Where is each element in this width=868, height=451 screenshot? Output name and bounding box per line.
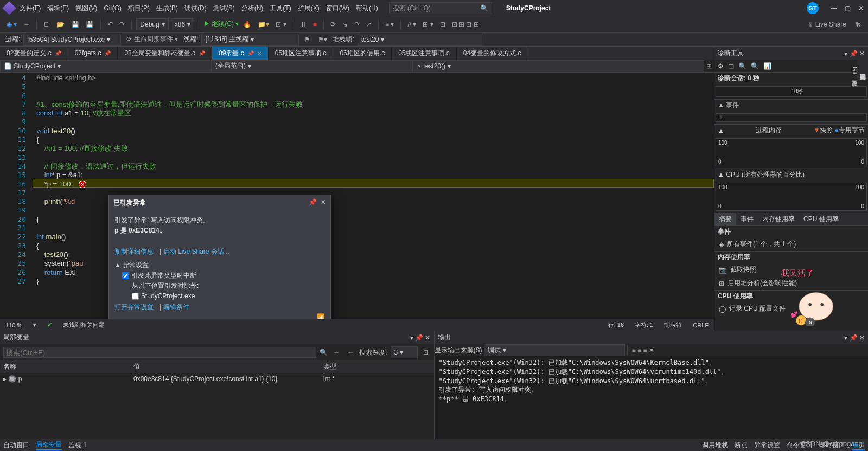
copy-details-link[interactable]: 复制详细信息	[114, 248, 154, 255]
bottom-tab[interactable]: 异常设置	[754, 441, 780, 450]
code-editor[interactable]: 4567891011121314151617181920212223242526…	[0, 73, 714, 319]
lifecycle-icon[interactable]: ⟳ 生命周期事件 ▾	[124, 34, 180, 45]
edit-condition-link[interactable]: 编辑条件	[163, 303, 189, 311]
file-tab[interactable]: 05栈区注意事项.c	[392, 47, 457, 60]
file-tab[interactable]: 06堆区的使用.c	[333, 47, 392, 60]
depth-dropdown[interactable]: 3▾	[391, 346, 418, 358]
step-over-icon[interactable]: ↷	[352, 20, 362, 29]
menu-item[interactable]: 扩展(X)	[295, 2, 323, 15]
chart-icon[interactable]: ◫	[728, 62, 734, 70]
output-source-dropdown[interactable]: 调试▾	[484, 344, 625, 356]
diag-events-all[interactable]: ◈ 所有事件(1 个，共 1 个)	[714, 237, 868, 251]
liveshare-button[interactable]: ⇪ Live Share	[806, 20, 848, 29]
solution-explorer-tab[interactable]: 解决方案资源管理器	[859, 61, 867, 76]
save-all-icon[interactable]: 💾	[84, 20, 96, 29]
save-icon[interactable]: 💾	[69, 20, 81, 29]
redo-icon[interactable]: ↷	[117, 20, 127, 29]
minimize-icon[interactable]: —	[831, 4, 837, 12]
diag-tab[interactable]: CPU 使用率	[799, 213, 843, 226]
open-icon[interactable]: 📂	[54, 20, 67, 29]
diag-tab[interactable]: 内存使用率	[758, 213, 799, 226]
bottom-tab[interactable]: 自动窗口	[3, 441, 29, 450]
menu-item[interactable]: 编辑(E)	[44, 2, 72, 15]
file-tab[interactable]: 07fgets.c 📌	[68, 47, 118, 60]
menu-item[interactable]: 测试(S)	[210, 2, 238, 15]
continue-button[interactable]: ▶ 继续(C) ▾	[203, 20, 239, 29]
open-exception-settings-link[interactable]: 打开异常设置	[114, 303, 154, 311]
except-item-checkbox[interactable]	[132, 293, 139, 300]
global-search-input[interactable]: 搜索 (Ctrl+Q) 🔍	[389, 2, 492, 14]
git-changes-tab[interactable]: Git 更改	[851, 67, 859, 76]
zoom-out-icon[interactable]: 🔍	[751, 62, 759, 70]
undo-icon[interactable]: ↶	[105, 20, 115, 29]
misc3-icon[interactable]: ⊡ ⊞ ⊡ ⊞	[450, 20, 481, 29]
liveshare-link[interactable]: 启动 Live Share 会话...	[163, 248, 229, 255]
file-tab[interactable]: 08全局变量和静态变量.c 📌	[118, 47, 212, 60]
admin-icon[interactable]: 🛠	[853, 20, 864, 29]
bottom-tab[interactable]: 断点	[735, 441, 748, 450]
something-icon[interactable]: ⊡ ▾	[273, 20, 288, 29]
misc-icon[interactable]: ≡ ▾	[383, 20, 396, 29]
user-badge[interactable]: GT	[807, 2, 819, 14]
menu-item[interactable]: 文件(F)	[16, 2, 44, 15]
menu-item[interactable]: 窗口(W)	[323, 2, 353, 15]
clear-output-icon[interactable]: ≡ ≡ ≡ ✕	[630, 345, 656, 355]
menu-item[interactable]: 帮助(H)	[353, 2, 381, 15]
scope-region[interactable]: (全局范围)▾	[212, 60, 412, 72]
menu-item[interactable]: Git(G)	[100, 2, 125, 14]
break-on-throw-checkbox[interactable]	[122, 272, 129, 279]
new-icon[interactable]: 🗋	[41, 20, 52, 29]
menu-item[interactable]: 视图(V)	[72, 2, 100, 15]
zoom-in-icon[interactable]: 🔍	[738, 62, 746, 70]
folder-icon[interactable]: 📁▾	[256, 20, 271, 29]
zoom-level[interactable]: 110 %	[5, 322, 22, 328]
pin-icon[interactable]: ▾ 📌	[844, 50, 857, 57]
step-out-icon[interactable]: ↗	[364, 20, 374, 29]
flag2-icon[interactable]: ⚑▾	[316, 35, 329, 44]
maximize-icon[interactable]: ▢	[845, 4, 851, 12]
pin-icon[interactable]: 📌	[309, 198, 317, 206]
restart-icon[interactable]: ⟳	[328, 20, 338, 29]
hot-reload-icon[interactable]: 🔥	[241, 20, 253, 29]
platform-dropdown[interactable]: x86▾	[171, 18, 194, 30]
stackframe-dropdown[interactable]: test20▾	[358, 34, 482, 46]
search-icon[interactable]: 🔍	[320, 349, 328, 356]
gear-icon[interactable]: ⚙	[718, 62, 724, 70]
menu-item[interactable]: 调试(D)	[181, 2, 210, 15]
nav-fwd-icon[interactable]: →	[21, 20, 32, 29]
issues-label[interactable]: 未找到相关问题	[63, 321, 105, 329]
file-tab[interactable]: 04变量的修改方式.c	[457, 47, 528, 60]
comment-icon[interactable]: // ▾	[405, 20, 418, 29]
step-into-icon[interactable]: ↘	[340, 20, 350, 29]
bottom-tab[interactable]: 调用堆栈	[702, 441, 728, 450]
file-tab[interactable]: 05堆区注意事项.c	[269, 47, 334, 60]
close-icon[interactable]: ✕	[858, 4, 864, 12]
scope-project[interactable]: 📄 StudyCProject▾	[0, 60, 212, 72]
menu-item[interactable]: 工具(T)	[266, 2, 294, 15]
stop-icon[interactable]: ■	[311, 20, 319, 29]
close-panel-icon[interactable]: ✕	[859, 50, 865, 57]
locals-row[interactable]: ▸ 🔘 p0x00e3c814 {StudyCProject.exe!const…	[0, 373, 434, 384]
config-dropdown[interactable]: Debug▾	[136, 18, 168, 30]
menu-item[interactable]: 分析(N)	[238, 2, 267, 15]
diag-tab[interactable]: 事件	[736, 213, 758, 226]
scope-function[interactable]: ⚬ test20()▾	[412, 60, 704, 72]
process-dropdown[interactable]: [53504] StudyCProject.exe▾	[23, 34, 121, 46]
file-tab[interactable]: 09常量.c 📌 ✕	[212, 47, 269, 60]
diag-tab[interactable]: 摘要	[714, 213, 736, 226]
output-text[interactable]: "StudyCProject.exe"(Win32): 已加载"C:\Windo…	[435, 356, 869, 439]
nav-back-icon[interactable]: ◉ ▾	[4, 20, 19, 29]
split-icon[interactable]: ⊞	[704, 61, 714, 71]
popup-close-icon[interactable]: ✕	[321, 198, 326, 206]
right-sidebar-tabs[interactable]: 解决方案资源管理器 Git 更改	[857, 57, 868, 80]
bottom-tab[interactable]: 局部变量	[36, 440, 62, 450]
menu-item[interactable]: 生成(B)	[153, 2, 181, 15]
reset-icon[interactable]: 📊	[763, 62, 771, 70]
locals-search-input[interactable]	[3, 347, 316, 358]
bottom-tab[interactable]: 监视 1	[68, 441, 87, 450]
format-icon[interactable]: ⊞ ▾	[420, 20, 435, 29]
pause-icon[interactable]: ⏸	[298, 20, 309, 29]
thread-dropdown[interactable]: [11348] 主线程▾	[201, 34, 299, 46]
menu-item[interactable]: 项目(P)	[125, 2, 153, 15]
flag-icon[interactable]: ⚑	[302, 35, 312, 44]
